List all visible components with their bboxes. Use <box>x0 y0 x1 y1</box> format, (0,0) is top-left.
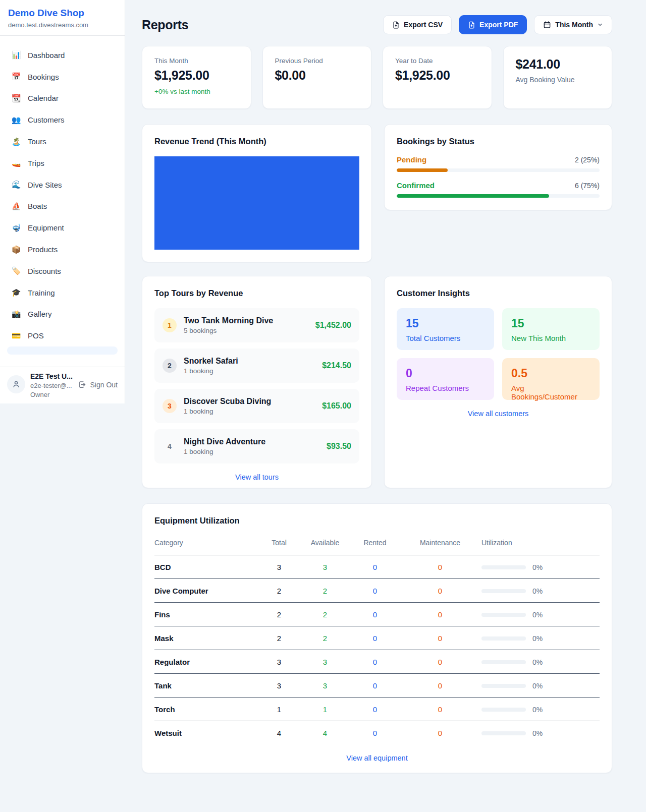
sidebar-item-dashboard[interactable]: 📊 Dashboard <box>4 44 121 66</box>
avatar <box>7 375 25 393</box>
equip-maintenance: 0 <box>403 681 477 690</box>
sidebar-item-calendar[interactable]: 📆 Calendar <box>4 88 121 109</box>
logout-icon <box>78 380 87 389</box>
tour-row: 1 Two Tank Morning Dive 5 bookings $1,45… <box>154 308 359 342</box>
credit-card-icon: 💳 <box>11 331 21 340</box>
customer-insights-title: Customer Insights <box>397 288 600 298</box>
chevron-down-icon <box>597 22 603 28</box>
equip-maintenance: 0 <box>403 658 477 666</box>
sidebar-item-tours[interactable]: 🏝️ Tours <box>4 131 121 152</box>
sidebar-item-discounts[interactable]: 🏷️ Discounts <box>4 260 121 282</box>
stat-label: Avg Booking Value <box>516 76 600 84</box>
tour-name: Snorkel Safari <box>184 357 238 366</box>
stat-label: Year to Date <box>395 57 479 65</box>
rank-badge: 2 <box>163 359 177 373</box>
stat-card-this-month: This Month $1,925.00 +0% vs last month <box>142 46 251 109</box>
equip-rented: 0 <box>347 587 403 595</box>
revenue-trend-panel: Revenue Trend (This Month) <box>142 124 372 262</box>
sidebar-item-customers[interactable]: 👥 Customers <box>4 109 121 131</box>
table-row: Torch 1 1 0 0 0% <box>154 698 600 721</box>
view-all-customers-link[interactable]: View all customers <box>397 410 600 418</box>
sidebar-item-label: Dashboard <box>28 51 65 60</box>
equip-rented: 0 <box>347 610 403 619</box>
tour-amount: $93.50 <box>327 442 351 451</box>
sidebar-item-trips[interactable]: 🚤 Trips <box>4 152 121 174</box>
sidebar-item-gallery[interactable]: 📸 Gallery <box>4 304 121 325</box>
col-category: Category <box>154 539 255 547</box>
sidebar-item-equipment[interactable]: 🤿 Equipment <box>4 217 121 239</box>
table-row: Tank 3 3 0 0 0% <box>154 674 600 698</box>
sailboat-icon: ⛵ <box>11 202 21 211</box>
period-label: This Month <box>555 21 593 29</box>
stat-label: Previous Period <box>275 57 359 65</box>
sidebar-item-dive-sites[interactable]: 🌊 Dive Sites <box>4 174 121 196</box>
dive-mask-icon: 🤿 <box>11 223 21 233</box>
equip-category: Dive Computer <box>154 587 255 595</box>
tile-new-this-month: 15 New This Month <box>502 308 600 350</box>
charts-row: Revenue Trend (This Month) Bookings by S… <box>142 124 612 262</box>
equip-available: 3 <box>303 563 347 571</box>
stat-card-previous-period: Previous Period $0.00 <box>262 46 372 109</box>
sidebar-nav: 📊 Dashboard 📅 Bookings 📆 Calendar 👥 Cust… <box>0 36 125 367</box>
shop-domain: demo.test.divestreams.com <box>8 21 117 29</box>
sign-out-button[interactable]: Sign Out <box>78 380 118 389</box>
equip-maintenance: 0 <box>403 729 477 737</box>
sidebar-item-bookings[interactable]: 📅 Bookings <box>4 66 121 88</box>
sidebar-item-pos[interactable]: 💳 POS <box>4 325 121 346</box>
brand-block: Demo Dive Shop demo.test.divestreams.com <box>0 0 125 36</box>
equip-rented: 0 <box>347 563 403 571</box>
equip-rented: 0 <box>347 729 403 737</box>
rank-badge: 1 <box>163 318 177 332</box>
view-all-equipment-link[interactable]: View all equipment <box>154 754 600 762</box>
calendar-icon: 📆 <box>11 94 21 103</box>
equip-category: Mask <box>154 634 255 643</box>
equip-available: 2 <box>303 634 347 643</box>
sidebar-item-label: Discounts <box>28 267 61 275</box>
status-row-confirmed: Confirmed 6 (75%) <box>397 181 600 198</box>
utilization-pct: 0% <box>532 706 543 714</box>
utilization-pct: 0% <box>532 563 543 571</box>
main-content: Reports Export CSV Export PDF This Month… <box>142 0 612 773</box>
export-csv-button[interactable]: Export CSV <box>383 15 452 34</box>
view-all-tours-link[interactable]: View all tours <box>154 473 359 481</box>
tour-name: Night Dive Adventure <box>184 437 265 446</box>
package-icon: 📦 <box>11 245 21 254</box>
equip-rented: 0 <box>347 634 403 643</box>
export-pdf-button[interactable]: Export PDF <box>459 15 527 34</box>
insight-tiles: 15 Total Customers 15 New This Month 0 R… <box>397 308 600 400</box>
status-value: 6 (75%) <box>575 182 600 190</box>
equip-category: Regulator <box>154 658 255 666</box>
stat-value: $241.00 <box>516 57 600 72</box>
equip-available: 4 <box>303 729 347 737</box>
equip-category: BCD <box>154 563 255 571</box>
table-row: Regulator 3 3 0 0 0% <box>154 650 600 674</box>
equip-rented: 0 <box>347 681 403 690</box>
period-dropdown[interactable]: This Month <box>534 15 612 34</box>
sidebar-item-boats[interactable]: ⛵ Boats <box>4 196 121 217</box>
equip-maintenance: 0 <box>403 634 477 643</box>
tile-avg-bookings-per-customer: 0.5 Avg Bookings/Customer <box>502 358 600 400</box>
sidebar-item-label: Gallery <box>28 310 52 318</box>
sidebar-item-training[interactable]: 🎓 Training <box>4 282 121 304</box>
utilization-bar <box>481 589 526 593</box>
sidebar-item-products[interactable]: 📦 Products <box>4 239 121 260</box>
tile-repeat-customers: 0 Repeat Customers <box>397 358 494 400</box>
revenue-trend-title: Revenue Trend (This Month) <box>154 137 359 146</box>
stat-card-year-to-date: Year to Date $1,925.00 <box>383 46 492 109</box>
stat-value: $1,925.00 <box>395 68 479 83</box>
equip-total: 2 <box>255 610 303 619</box>
sidebar-item-label: Products <box>28 245 58 254</box>
tile-label: New This Month <box>511 334 590 342</box>
sidebar-item-reports-partial[interactable] <box>7 346 118 355</box>
tour-row: 3 Discover Scuba Diving 1 booking $165.0… <box>154 389 359 423</box>
col-total: Total <box>255 539 303 547</box>
equip-maintenance: 0 <box>403 587 477 595</box>
tour-row: 4 Night Dive Adventure 1 booking $93.50 <box>154 429 359 463</box>
sidebar-item-label: Bookings <box>28 73 59 81</box>
user-section: E2E Test U... e2e-tester@... Owner Sign … <box>0 367 125 403</box>
equipment-utilization-panel: Equipment Utilization Category Total Ava… <box>142 503 612 773</box>
tile-value: 0.5 <box>511 367 590 380</box>
utilization-bar <box>481 565 526 569</box>
stat-label: This Month <box>154 57 239 65</box>
equipment-table-header: Category Total Available Rented Maintena… <box>154 535 600 555</box>
